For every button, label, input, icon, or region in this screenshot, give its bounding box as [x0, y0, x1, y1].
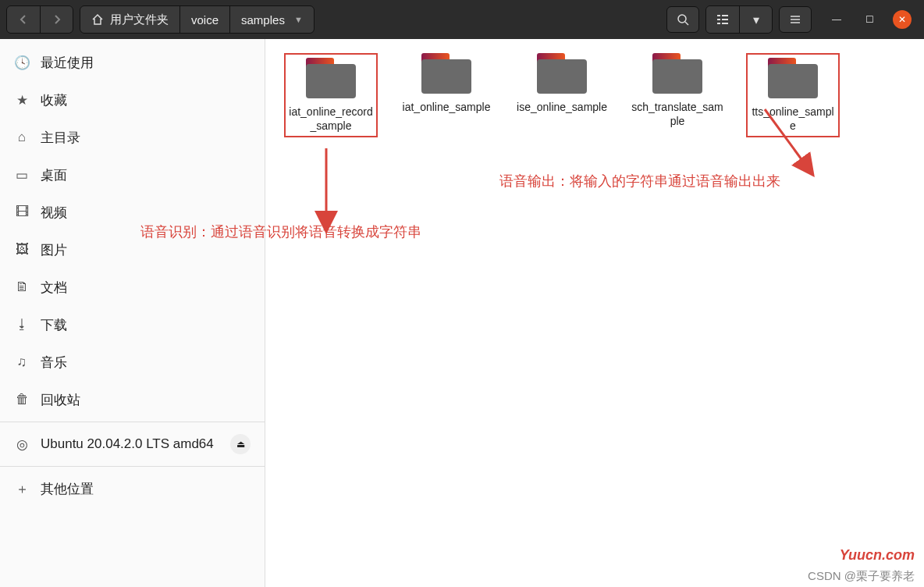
- folder-label: sch_​translate_​sample: [631, 100, 724, 128]
- folder-item[interactable]: sch_​translate_​sample: [631, 53, 724, 128]
- document-icon: 🗎: [14, 279, 30, 295]
- annotation-arrow-right: [757, 101, 819, 180]
- svg-rect-3: [717, 19, 720, 20]
- folder-icon: [537, 53, 587, 94]
- sidebar-item-disk[interactable]: ◎Ubuntu 20.04.2.0 LTS amd64⏏: [0, 425, 265, 463]
- folder-item[interactable]: iat_​online_​record_​sample: [284, 53, 378, 137]
- sidebar-item-music[interactable]: ♫音乐: [0, 343, 265, 381]
- sidebar-item-desktop[interactable]: ▭桌面: [0, 156, 265, 194]
- annotation-arrow-left: [311, 148, 342, 234]
- sidebar-item-other[interactable]: ＋其他位置: [0, 470, 265, 507]
- watermark-site: Yuucn.com: [840, 547, 915, 564]
- list-view-button[interactable]: [706, 6, 739, 33]
- plus-icon: ＋: [14, 480, 30, 498]
- svg-rect-6: [722, 23, 728, 24]
- star-icon: ★: [14, 92, 30, 109]
- folder-label: iat_​online_​record_​sample: [289, 105, 373, 133]
- forward-button[interactable]: [40, 6, 73, 33]
- svg-rect-2: [722, 15, 728, 16]
- breadcrumb-samples[interactable]: samples ▼: [229, 6, 314, 33]
- disk-icon: ◎: [14, 436, 30, 453]
- breadcrumb: 用户文件夹 voice samples ▼: [80, 5, 315, 34]
- video-icon: 🎞: [14, 205, 30, 220]
- sidebar-item-documents[interactable]: 🗎文档: [0, 269, 265, 306]
- close-button[interactable]: ✕: [893, 10, 912, 29]
- sidebar-item-recent[interactable]: 🕓最近使用: [0, 44, 265, 81]
- window-controls: — ☐ ✕: [827, 10, 912, 29]
- home-icon: [91, 13, 104, 26]
- folder-icon: [768, 58, 818, 98]
- folder-label: iat_​online_​sample: [403, 100, 491, 114]
- eject-button[interactable]: ⏏: [230, 434, 251, 454]
- watermark-csdn: CSDN @栗子要养老: [808, 569, 915, 584]
- view-group: ▾: [705, 5, 773, 34]
- menu-button[interactable]: [779, 6, 812, 33]
- folder-icon: [306, 58, 356, 98]
- sidebar-item-home[interactable]: ⌂主目录: [0, 119, 265, 156]
- annotation-left: 语音识别：通过语音识别将语音转换成字符串: [140, 222, 578, 241]
- home-icon: ⌂: [14, 130, 30, 145]
- sidebar-item-starred[interactable]: ★收藏: [0, 81, 265, 119]
- desktop-icon: ▭: [14, 167, 30, 183]
- view-options-button[interactable]: ▾: [739, 6, 772, 33]
- nav-group: [6, 5, 73, 34]
- folder-label: ise_​online_​sample: [517, 100, 607, 114]
- search-button[interactable]: [666, 6, 699, 33]
- titlebar: 用户文件夹 voice samples ▼ ▾ — ☐ ✕: [0, 0, 924, 39]
- clock-icon: 🕓: [14, 55, 30, 71]
- breadcrumb-home-label: 用户文件夹: [110, 12, 169, 27]
- folder-item[interactable]: ise_​online_​sample: [515, 53, 609, 114]
- minimize-button[interactable]: —: [827, 10, 846, 29]
- breadcrumb-home[interactable]: 用户文件夹: [80, 6, 179, 33]
- back-button[interactable]: [7, 6, 40, 33]
- svg-rect-4: [722, 19, 728, 20]
- music-icon: ♫: [14, 354, 30, 370]
- folder-icon: [421, 53, 471, 94]
- content-area: iat_​online_​record_​sampleiat_​online_​…: [265, 39, 924, 587]
- sidebar-item-trash[interactable]: 🗑回收站: [0, 381, 265, 418]
- svg-rect-1: [717, 15, 720, 16]
- maximize-button[interactable]: ☐: [860, 10, 879, 29]
- folder-item[interactable]: iat_​online_​sample: [400, 53, 493, 114]
- annotation-right: 语音输出：将输入的字符串通过语音输出出来: [499, 172, 921, 190]
- folder-icon: [652, 53, 702, 94]
- svg-point-0: [678, 15, 686, 23]
- download-icon: ⭳: [14, 317, 30, 333]
- sidebar-item-downloads[interactable]: ⭳下载: [0, 306, 265, 343]
- breadcrumb-voice[interactable]: voice: [179, 6, 229, 33]
- svg-line-8: [765, 109, 808, 168]
- sidebar: 🕓最近使用 ★收藏 ⌂主目录 ▭桌面 🎞视频 🖼图片 🗎文档 ⭳下载 ♫音乐 🗑…: [0, 39, 265, 587]
- trash-icon: 🗑: [14, 392, 30, 407]
- svg-rect-5: [717, 23, 720, 24]
- picture-icon: 🖼: [14, 242, 30, 258]
- chevron-down-icon: ▼: [294, 15, 303, 24]
